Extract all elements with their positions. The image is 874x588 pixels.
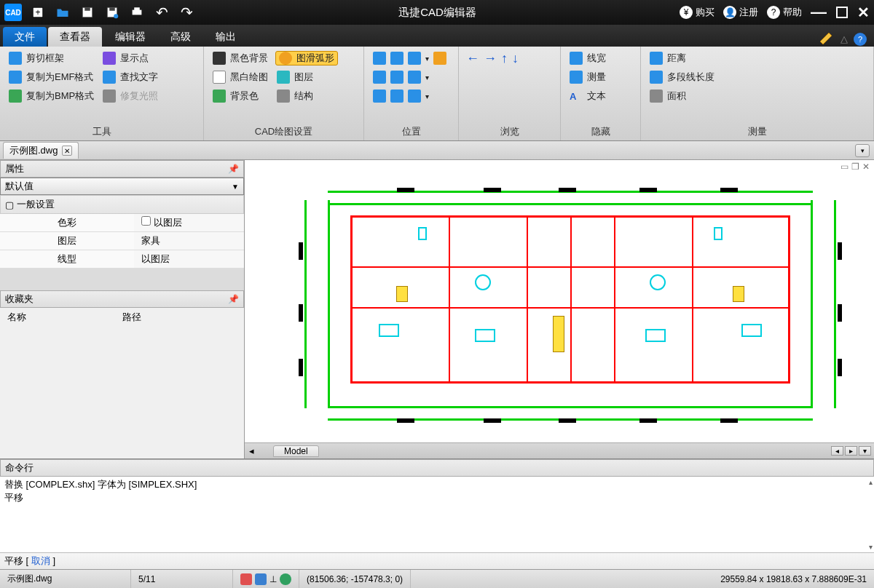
new-file-icon[interactable]: + — [29, 4, 47, 21]
favorites-panel-header[interactable]: 收藏夹📌 — [0, 290, 244, 308]
scroll-left-icon[interactable]: ◂ — [831, 446, 843, 456]
cancel-link[interactable]: 取消 — [31, 555, 50, 566]
copy-bmp-button[interactable]: 复制为BMP格式 — [7, 89, 95, 103]
text-toggle-button[interactable]: A文本 — [568, 89, 607, 103]
floorplan-drawing — [281, 180, 859, 428]
structure-button[interactable]: 结构 — [275, 89, 338, 103]
bg-color-button[interactable]: 背景色 — [211, 89, 269, 103]
customize-icon[interactable] — [819, 31, 835, 47]
black-bg-button[interactable]: 黑色背景 — [211, 51, 269, 65]
default-value-dropdown[interactable]: 默认值▼ — [0, 178, 244, 195]
model-tab[interactable]: Model — [273, 445, 319, 457]
canvas-min-icon[interactable]: ▭ — [840, 162, 849, 172]
nav-arrows[interactable]: ←→↑↓ — [466, 51, 519, 66]
favorites-panel: 名称 路径 — [0, 308, 244, 458]
layer-button[interactable]: 图层 — [275, 70, 338, 84]
zoom-tools-row1[interactable]: ▾ — [371, 51, 448, 65]
scroll-tabs-left-icon[interactable]: ◂ — [245, 445, 259, 456]
show-point-button[interactable]: 显示点 — [101, 51, 160, 65]
ribbon: 剪切框架 复制为EMF格式 复制为BMP格式 显示点 查找文字 修复光照 工具 … — [0, 47, 874, 141]
ribbon-label-hide: 隐藏 — [568, 124, 633, 140]
ribbon-group-hide: 线宽 测量 A文本 隐藏 — [561, 47, 641, 140]
minimize-button[interactable]: — — [811, 3, 827, 22]
command-input[interactable]: 平移 [ 取消 ] — [0, 552, 874, 569]
window-title: 迅捷CAD编辑器 — [195, 6, 680, 20]
ribbon-group-browse: ←→↑↓ 浏览 — [459, 47, 561, 140]
grid-toggle-icon[interactable] — [255, 573, 267, 585]
close-tab-icon[interactable]: ✕ — [62, 146, 72, 156]
repair-light-button: 修复光照 — [101, 89, 160, 103]
status-progress: 5/11 — [131, 570, 233, 588]
properties-panel-header[interactable]: 属性📌 — [0, 160, 244, 178]
register-button[interactable]: 👤注册 — [723, 6, 758, 19]
bw-drawing-button[interactable]: 黑白绘图 — [211, 70, 269, 84]
buy-button[interactable]: ¥购买 — [680, 6, 714, 19]
polyline-length-button[interactable]: 多段线长度 — [648, 70, 716, 84]
redo-icon[interactable]: ↷ — [178, 4, 195, 21]
color-by-layer-checkbox[interactable] — [141, 216, 151, 226]
osnap-toggle-icon[interactable] — [280, 573, 291, 585]
command-area: 命令行 替换 [COMPLEX.shx] 字体为 [SIMPLEX.SHX] 平… — [0, 458, 874, 569]
ortho-toggle-icon[interactable]: ⊥ — [269, 574, 277, 584]
smooth-arc-button[interactable]: 图滑弧形 — [275, 51, 338, 65]
distance-button[interactable]: 距离 — [648, 51, 716, 65]
collapse-ribbon-icon[interactable]: △ — [840, 33, 848, 44]
area-button[interactable]: 面积 — [648, 89, 716, 103]
svg-rect-9 — [837, 7, 847, 17]
ribbon-group-cad-settings: 黑色背景 黑白绘图 背景色 图滑弧形 图层 结构 CAD绘图设置 — [204, 47, 364, 140]
fav-col-path: 路径 — [122, 311, 237, 324]
tab-viewer[interactable]: 查看器 — [48, 27, 102, 47]
command-history[interactable]: 替换 [COMPLEX.shx] 字体为 [SIMPLEX.SHX] 平移 ▴ … — [0, 477, 874, 552]
copy-emf-button[interactable]: 复制为EMF格式 — [7, 70, 95, 84]
tab-output[interactable]: 输出 — [204, 27, 248, 47]
help-icon[interactable]: ? — [854, 33, 867, 46]
help-button[interactable]: ?帮助 — [767, 6, 802, 19]
canvas-window-controls: ▭ ❐ ✕ — [245, 160, 874, 173]
scroll-right-icon[interactable]: ▸ — [845, 446, 857, 456]
svg-rect-7 — [133, 10, 141, 15]
maximize-button[interactable] — [835, 6, 849, 19]
measure-toggle-button[interactable]: 测量 — [568, 70, 607, 84]
scroll-up-icon[interactable]: ▴ — [869, 478, 873, 486]
properties-grid: ▢一般设置 色彩 以图层 图层家具 线型以图层 — [0, 195, 244, 269]
document-tab[interactable]: 示例图.dwg ✕ — [3, 142, 79, 159]
app-logo-icon: CAD — [4, 4, 22, 21]
work-area: 属性📌 默认值▼ ▢一般设置 色彩 以图层 图层家具 线型以图层 收藏夹📌 名称… — [0, 160, 874, 458]
general-section-header[interactable]: ▢一般设置 — [0, 195, 244, 214]
print-icon[interactable] — [128, 4, 146, 21]
svg-rect-8 — [134, 7, 140, 11]
zoom-tools-row3[interactable]: ▾ — [371, 89, 448, 103]
tab-file[interactable]: 文件 — [3, 27, 47, 47]
tab-dropdown-icon[interactable]: ▾ — [859, 446, 871, 456]
undo-icon[interactable]: ↶ — [153, 4, 170, 21]
tab-advanced[interactable]: 高级 — [159, 27, 202, 47]
find-text-button[interactable]: 查找文字 — [101, 70, 160, 84]
pin-icon[interactable]: 📌 — [228, 294, 239, 304]
zoom-tools-row2[interactable]: ▾ — [371, 70, 448, 84]
menu-bar: 文件 查看器 编辑器 高级 输出 △ ? — [0, 25, 874, 47]
prop-row-layer[interactable]: 图层家具 — [0, 232, 244, 250]
collapse-tabs-button[interactable]: ▾ — [855, 144, 870, 157]
canvas-close-icon[interactable]: ✕ — [862, 162, 870, 172]
side-panels: 属性📌 默认值▼ ▢一般设置 色彩 以图层 图层家具 线型以图层 收藏夹📌 名称… — [0, 160, 245, 458]
tab-editor[interactable]: 编辑器 — [103, 27, 157, 47]
line-width-button[interactable]: 线宽 — [568, 51, 607, 65]
pin-icon[interactable]: 📌 — [228, 164, 239, 174]
command-panel-header[interactable]: 命令行 — [0, 459, 874, 477]
scroll-down-icon[interactable]: ▾ — [869, 543, 873, 551]
ribbon-label-position: 位置 — [371, 124, 451, 140]
save-as-icon[interactable] — [103, 4, 121, 21]
close-button[interactable]: ✕ — [857, 4, 870, 21]
command-history-line: 替换 [COMPLEX.shx] 字体为 [SIMPLEX.SHX] — [4, 478, 870, 491]
ribbon-label-tools: 工具 — [7, 124, 196, 140]
canvas-restore-icon[interactable]: ❐ — [851, 162, 859, 172]
fav-col-name: 名称 — [7, 311, 122, 324]
snap-toggle-icon[interactable] — [240, 573, 252, 585]
save-icon[interactable] — [79, 4, 96, 21]
prop-row-color[interactable]: 色彩 以图层 — [0, 214, 244, 232]
clip-frame-button[interactable]: 剪切框架 — [7, 51, 95, 65]
drawing-canvas[interactable] — [245, 173, 874, 442]
open-file-icon[interactable] — [54, 4, 71, 21]
ribbon-label-cad: CAD绘图设置 — [211, 124, 356, 140]
prop-row-linetype[interactable]: 线型以图层 — [0, 250, 244, 269]
